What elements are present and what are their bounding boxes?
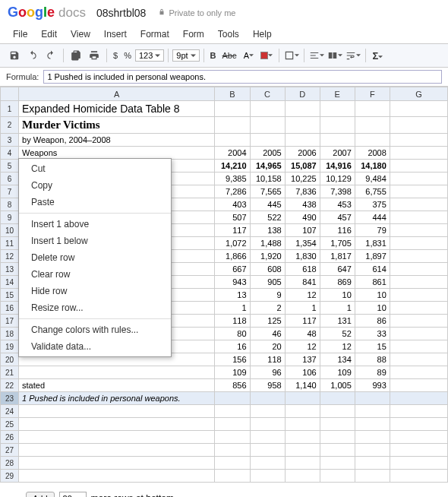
cell[interactable]: 106 xyxy=(285,366,320,379)
cell[interactable]: 109 xyxy=(215,366,250,379)
cell[interactable]: 667 xyxy=(215,263,250,276)
cell[interactable] xyxy=(390,237,447,250)
cell[interactable] xyxy=(320,134,355,147)
cell[interactable]: 490 xyxy=(285,211,320,224)
cell[interactable]: 116 xyxy=(320,224,355,237)
menu-edit[interactable]: Edit xyxy=(34,27,64,42)
undo-icon[interactable] xyxy=(24,47,41,64)
cell[interactable]: 1 Pushed is included in personal weapons… xyxy=(19,392,215,405)
cell[interactable] xyxy=(320,101,355,117)
cell[interactable]: 444 xyxy=(355,211,390,224)
more-formats-dropdown[interactable]: 123 xyxy=(135,49,164,62)
cell[interactable] xyxy=(250,418,285,431)
cell[interactable]: 88 xyxy=(355,353,390,366)
cell[interactable] xyxy=(250,444,285,457)
cell[interactable] xyxy=(19,457,215,470)
row-header[interactable]: 28 xyxy=(1,457,19,470)
cell[interactable] xyxy=(390,444,447,457)
cell[interactable]: 14,965 xyxy=(250,160,285,173)
cell[interactable] xyxy=(390,340,447,353)
row-header[interactable]: 21 xyxy=(1,366,19,379)
cell[interactable] xyxy=(320,418,355,431)
row-header[interactable]: 3 xyxy=(1,134,19,147)
cell[interactable] xyxy=(215,431,250,444)
cell[interactable] xyxy=(19,366,215,379)
merge-dropdown[interactable] xyxy=(327,47,343,64)
cell[interactable]: 1,831 xyxy=(355,237,390,250)
row-header[interactable]: 18 xyxy=(1,328,19,340)
cell[interactable] xyxy=(390,418,447,431)
cell[interactable]: 10 xyxy=(355,289,390,302)
cell[interactable] xyxy=(215,134,250,147)
cell[interactable]: 943 xyxy=(215,276,250,289)
menu-insert[interactable]: Insert xyxy=(97,27,134,42)
cell[interactable]: 861 xyxy=(355,276,390,289)
cell[interactable]: by Weapon, 2004–2008 xyxy=(19,134,215,147)
context-menu-item[interactable]: Hide row xyxy=(19,283,171,299)
cell[interactable] xyxy=(250,101,285,117)
row-header[interactable]: 13 xyxy=(1,263,19,276)
row-header[interactable]: 10 xyxy=(1,224,19,237)
row-header[interactable]: 6 xyxy=(1,173,19,185)
redo-icon[interactable] xyxy=(43,47,59,64)
cell[interactable]: 10,158 xyxy=(250,173,285,185)
cell[interactable]: 117 xyxy=(215,224,250,237)
row-header[interactable]: 25 xyxy=(1,418,19,431)
cell[interactable]: 869 xyxy=(320,276,355,289)
add-rows-button[interactable]: Add xyxy=(26,492,55,497)
row-header[interactable]: 14 xyxy=(1,276,19,289)
cell[interactable] xyxy=(285,101,320,117)
cell[interactable]: 438 xyxy=(285,198,320,211)
cell[interactable]: 156 xyxy=(215,353,250,366)
cell[interactable] xyxy=(19,431,215,444)
cell[interactable] xyxy=(215,405,250,418)
cell[interactable] xyxy=(355,392,390,405)
row-header[interactable]: 7 xyxy=(1,185,19,198)
row-header[interactable]: 5 xyxy=(1,160,19,173)
context-menu-item[interactable]: Validate data... xyxy=(19,338,171,355)
select-all-corner[interactable] xyxy=(1,87,19,101)
cell[interactable]: 79 xyxy=(355,224,390,237)
cell[interactable] xyxy=(390,470,447,483)
cell[interactable] xyxy=(390,315,447,328)
context-menu-item[interactable]: Insert 1 above xyxy=(19,216,171,233)
cell[interactable] xyxy=(285,470,320,483)
cell[interactable]: 1,866 xyxy=(215,250,250,263)
cell[interactable]: 856 xyxy=(215,379,250,392)
cell[interactable]: 7,565 xyxy=(250,185,285,198)
cell[interactable]: 2 xyxy=(250,302,285,315)
cell[interactable] xyxy=(215,470,250,483)
cell[interactable] xyxy=(215,392,250,405)
row-header[interactable]: 19 xyxy=(1,340,19,353)
cell[interactable]: 118 xyxy=(215,315,250,328)
context-menu-item[interactable]: Delete row xyxy=(19,249,171,266)
cell[interactable] xyxy=(320,444,355,457)
cell[interactable]: 1 xyxy=(215,302,250,315)
cell[interactable] xyxy=(285,134,320,147)
cell[interactable]: 647 xyxy=(320,263,355,276)
menu-help[interactable]: Help xyxy=(246,27,279,42)
cell[interactable]: 453 xyxy=(320,198,355,211)
row-header[interactable]: 2 xyxy=(1,117,19,134)
cell[interactable]: 12 xyxy=(320,340,355,353)
cell[interactable]: 608 xyxy=(250,263,285,276)
cell[interactable] xyxy=(390,366,447,379)
cell[interactable] xyxy=(390,211,447,224)
cell[interactable] xyxy=(390,302,447,315)
cell[interactable]: Murder Victims xyxy=(19,117,215,134)
cell[interactable] xyxy=(19,444,215,457)
cell[interactable]: 138 xyxy=(250,224,285,237)
cell[interactable]: 403 xyxy=(215,198,250,211)
privacy-indicator[interactable]: Private to only me xyxy=(158,8,235,17)
row-header[interactable]: 11 xyxy=(1,237,19,250)
percent-format[interactable]: % xyxy=(121,51,134,60)
cell[interactable]: 86 xyxy=(355,315,390,328)
cell[interactable] xyxy=(285,405,320,418)
borders-dropdown[interactable] xyxy=(283,47,300,64)
cell[interactable] xyxy=(285,431,320,444)
cell[interactable]: 522 xyxy=(250,211,285,224)
row-header[interactable]: 4 xyxy=(1,147,19,160)
cell[interactable]: 905 xyxy=(250,276,285,289)
cell[interactable]: 14,916 xyxy=(320,160,355,173)
cell[interactable]: 1,897 xyxy=(355,250,390,263)
